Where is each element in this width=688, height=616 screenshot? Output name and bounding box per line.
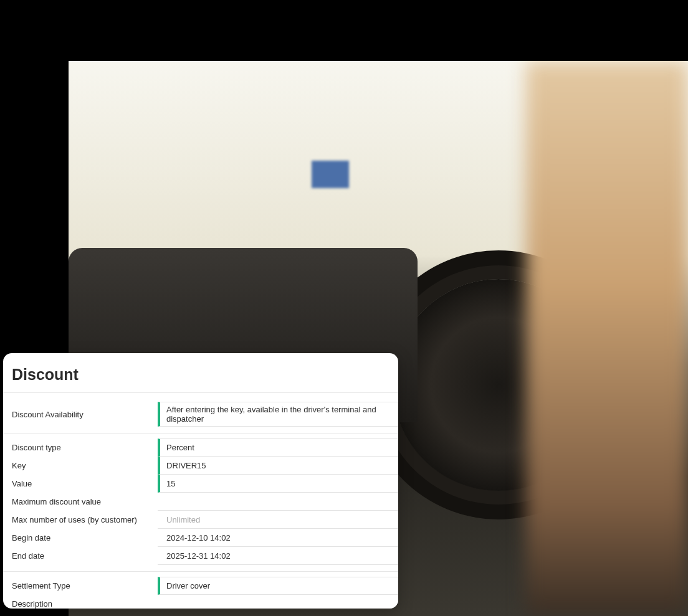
- select-settlement-type[interactable]: Driver cover: [158, 577, 398, 595]
- value-discount-availability: After entering the key, available in the…: [166, 405, 391, 424]
- discount-panel: Discount Discount Availability After ent…: [3, 353, 398, 609]
- row-discount-type: Discount type Percent: [3, 438, 398, 457]
- row-settlement-type: Settlement Type Driver cover: [3, 577, 398, 595]
- value-value: 15: [166, 479, 175, 488]
- value-key: DRIVER15: [166, 461, 206, 470]
- separator: [3, 433, 398, 434]
- value-begin-date: 2024-12-10 14:02: [166, 533, 231, 543]
- placeholder-max-uses: Unlimited: [166, 515, 200, 524]
- label-max-discount-value: Maximum discount value: [3, 493, 158, 511]
- separator: [3, 571, 398, 572]
- row-key: Key DRIVER15: [3, 457, 398, 475]
- row-begin-date: Begin date 2024-12-10 14:02: [3, 529, 398, 547]
- input-max-uses[interactable]: Unlimited: [158, 511, 398, 529]
- input-end-date[interactable]: 2025-12-31 14:02: [158, 547, 398, 565]
- panel-title: Discount: [3, 353, 398, 393]
- select-discount-type[interactable]: Percent: [158, 438, 398, 457]
- row-max-discount-value: Maximum discount value: [3, 493, 398, 511]
- label-max-uses: Max number of uses (by customer): [3, 511, 158, 529]
- label-begin-date: Begin date: [3, 529, 158, 547]
- label-settlement-type: Settlement Type: [3, 577, 158, 595]
- value-end-date: 2025-12-31 14:02: [166, 551, 231, 561]
- input-description[interactable]: [158, 595, 398, 609]
- value-settlement-type: Driver cover: [166, 581, 210, 590]
- value-discount-type: Percent: [166, 443, 194, 452]
- input-key[interactable]: DRIVER15: [158, 457, 398, 475]
- row-value: Value 15: [3, 475, 398, 493]
- label-description: Description: [3, 595, 158, 609]
- label-end-date: End date: [3, 547, 158, 565]
- label-discount-type: Discount type: [3, 438, 158, 457]
- road-sign-shape: [312, 161, 349, 188]
- row-end-date: End date 2025-12-31 14:02: [3, 547, 398, 565]
- label-discount-availability: Discount Availability: [3, 402, 158, 427]
- panel-body: Discount Availability After entering the…: [3, 393, 398, 609]
- input-value[interactable]: 15: [158, 475, 398, 493]
- row-description: Description: [3, 595, 398, 609]
- input-max-discount-value[interactable]: [158, 493, 398, 511]
- label-key: Key: [3, 457, 158, 475]
- label-value: Value: [3, 475, 158, 493]
- row-max-uses: Max number of uses (by customer) Unlimit…: [3, 511, 398, 529]
- select-discount-availability[interactable]: After entering the key, available in the…: [158, 402, 398, 427]
- row-discount-availability: Discount Availability After entering the…: [3, 402, 398, 427]
- input-begin-date[interactable]: 2024-12-10 14:02: [158, 529, 398, 547]
